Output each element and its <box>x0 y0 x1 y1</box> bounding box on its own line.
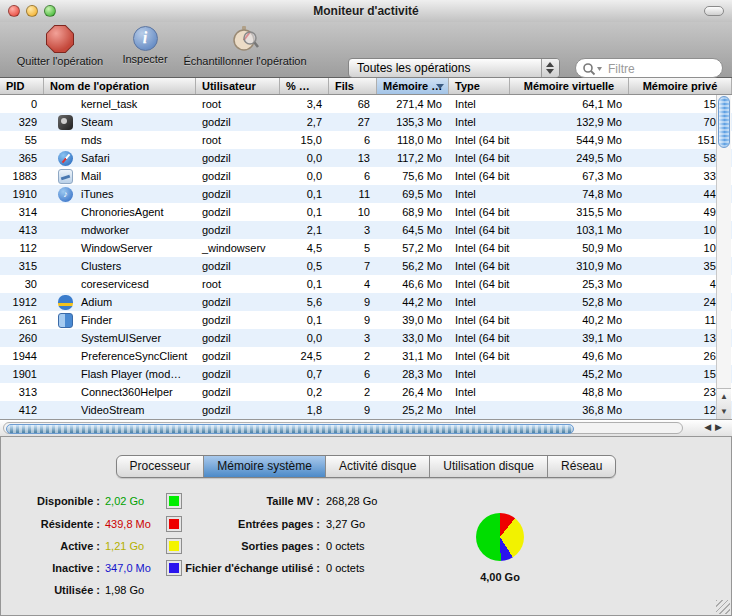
vertical-scroll-arrows[interactable]: ▲ ▼ <box>717 388 731 419</box>
cell-pid: 1901 <box>0 365 44 383</box>
cell-cpu: 0,0 <box>280 167 329 185</box>
quit-process-button[interactable]: Quitter l'opération <box>2 25 118 67</box>
cell-type: Intel <box>449 113 510 131</box>
table-row[interactable]: 313Connect360Helpergodzil0,2226,4 MoInte… <box>0 383 732 401</box>
vertical-scroll-thumb[interactable] <box>718 96 730 148</box>
cell-mem: 75,6 Mo <box>377 167 449 185</box>
column-header-8[interactable]: Mémoire privé <box>629 78 732 94</box>
column-header-6[interactable]: Type <box>449 78 510 94</box>
cell-name: Steam <box>44 113 196 131</box>
cell-threads: 9 <box>329 293 377 311</box>
column-header-3[interactable]: % … <box>280 78 329 94</box>
tab-processeur[interactable]: Processeur <box>117 456 205 477</box>
cell-vmem: 39,1 Mo <box>510 329 629 347</box>
vertical-scrollbar[interactable]: ▲ ▼ <box>716 95 731 419</box>
cell-name: Finder <box>44 311 196 329</box>
table-row[interactable]: 30coreservicesdroot0,1446,6 MoIntel (64 … <box>0 275 732 293</box>
scroll-up-icon[interactable]: ▲ <box>717 389 731 404</box>
table-row[interactable]: 365Safarigodzil0,013117,2 MoIntel (64 bi… <box>0 149 732 167</box>
stop-octagon-icon <box>46 25 74 53</box>
stat-label: Entrées pages : <box>140 518 320 530</box>
cell-threads: 9 <box>329 311 377 329</box>
itunes-app-icon <box>58 187 73 202</box>
process-name: mdworker <box>81 221 129 239</box>
inspect-button[interactable]: i Inspecter <box>118 25 172 65</box>
cell-type: Intel (64 bits <box>449 149 510 167</box>
cell-cpu: 0,1 <box>280 311 329 329</box>
horizontal-scroll-track[interactable] <box>3 422 683 434</box>
resize-grip[interactable] <box>716 600 730 614</box>
scroll-down-icon[interactable]: ▼ <box>717 404 731 419</box>
cell-name: iTunes <box>44 185 196 203</box>
filter-placeholder: Filtre <box>608 62 635 76</box>
table-row[interactable]: 329Steamgodzil2,727135,3 MoIntel132,9 Mo… <box>0 113 732 131</box>
cell-cpu: 0,1 <box>280 203 329 221</box>
table-row[interactable]: 1910iTunesgodzil0,11169,5 MoIntel74,8 Mo… <box>0 185 732 203</box>
table-row[interactable]: 260SystemUIServergodzil0,0333,0 MoIntel … <box>0 329 732 347</box>
table-row[interactable]: 1901Flash Player (mod…godzil0,7628,3 MoI… <box>0 365 732 383</box>
cell-type: Intel (64 bits <box>449 347 510 365</box>
cell-type: Intel <box>449 293 510 311</box>
sample-process-button[interactable]: Échantillonner l'opération <box>172 25 318 67</box>
cell-vmem: 67,3 Mo <box>510 167 629 185</box>
bottom-tab-bar: ProcesseurMémoire systèmeActivité disque… <box>0 455 732 478</box>
cell-type: Intel (64 bits <box>449 131 510 149</box>
table-row[interactable]: 1944PreferenceSyncClientgodzil24,5231,1 … <box>0 347 732 365</box>
sample-process-label: Échantillonner l'opération <box>172 55 318 67</box>
table-row[interactable]: 55mdsroot15,06118,0 MoIntel (64 bits544,… <box>0 131 732 149</box>
cell-type: Intel <box>449 95 510 113</box>
table-row[interactable]: 1883Mailgodzil0,0675,6 MoIntel (64 bits6… <box>0 167 732 185</box>
process-name: ChronoriesAgent <box>81 203 164 221</box>
cell-vmem: 52,8 Mo <box>510 293 629 311</box>
column-header-5[interactable]: Mémoire … <box>377 78 449 94</box>
stat-label: Résidente : <box>0 518 100 530</box>
show-dropdown[interactable]: Toutes les opérations <box>348 58 560 78</box>
table-row[interactable]: 1912Adiumgodzil5,6944,2 MoIntel52,8 Mo24… <box>0 293 732 311</box>
cell-pid: 261 <box>0 311 44 329</box>
cell-mem: 64,5 Mo <box>377 221 449 239</box>
toolbar-toggle-button[interactable] <box>704 6 724 16</box>
cell-name: SystemUIServer <box>44 329 196 347</box>
cell-cpu: 0,1 <box>280 185 329 203</box>
column-header-2[interactable]: Utilisateur <box>196 78 280 94</box>
cell-name: WindowServer <box>44 239 196 257</box>
column-header-0[interactable]: PID <box>0 78 44 94</box>
table-row[interactable]: 0kernel_taskroot3,468271,4 MoIntel64,1 M… <box>0 95 732 113</box>
horizontal-scroll-arrows[interactable]: ◀▶ <box>704 422 726 432</box>
table-row[interactable]: 112WindowServer_windowserv4,5557,2 MoInt… <box>0 239 732 257</box>
stat-label: Disponible : <box>0 495 100 507</box>
table-row[interactable]: 315Clustersgodzil0,5756,2 MoIntel (64 bi… <box>0 257 732 275</box>
cell-pid: 365 <box>0 149 44 167</box>
cell-name: VideoStream <box>44 401 196 419</box>
cell-threads: 9 <box>329 401 377 419</box>
table-row[interactable]: 261Findergodzil0,1939,0 MoIntel (64 bits… <box>0 311 732 329</box>
filter-search-input[interactable]: Filtre <box>575 58 723 78</box>
process-name: PreferenceSyncClient <box>81 347 187 365</box>
cell-user: root <box>196 275 280 293</box>
horizontal-scrollbar[interactable]: ◀▶ <box>0 419 732 437</box>
cell-cpu: 15,0 <box>280 131 329 149</box>
cell-type: Intel (64 bits <box>449 167 510 185</box>
table-row[interactable]: 314ChronoriesAgentgodzil0,11068,9 MoInte… <box>0 203 732 221</box>
memory-stat-row: Sorties pages :0 octets <box>140 538 365 554</box>
table-row[interactable]: 412VideoStreamgodzil1,8925,2 MoIntel36,8… <box>0 401 732 419</box>
cell-vmem: 48,8 Mo <box>510 383 629 401</box>
cell-vmem: 45,2 Mo <box>510 365 629 383</box>
column-header-1[interactable]: Nom de l'opération <box>44 78 196 94</box>
activity-monitor-window: { "window": { "title": "Moniteur d'activ… <box>0 0 732 616</box>
memory-pie-chart <box>476 513 524 561</box>
tab-utilisation-disque[interactable]: Utilisation disque <box>430 456 548 477</box>
cell-threads: 6 <box>329 131 377 149</box>
tab-r-seau[interactable]: Réseau <box>548 456 615 477</box>
tab-activit-disque[interactable]: Activité disque <box>326 456 430 477</box>
tab-m-moire-syst-me[interactable]: Mémoire système <box>204 456 326 477</box>
cell-mem: 56,2 Mo <box>377 257 449 275</box>
cell-vmem: 103,1 Mo <box>510 221 629 239</box>
horizontal-scroll-thumb[interactable] <box>6 424 574 434</box>
table-row[interactable]: 413mdworkergodzil2,1364,5 MoIntel (64 bi… <box>0 221 732 239</box>
cell-mem: 25,2 Mo <box>377 401 449 419</box>
column-header-7[interactable]: Mémoire virtuelle <box>510 78 629 94</box>
cell-pid: 30 <box>0 275 44 293</box>
table-header: PIDNom de l'opérationUtilisateur% …FilsM… <box>0 78 732 95</box>
column-header-4[interactable]: Fils <box>329 78 377 94</box>
